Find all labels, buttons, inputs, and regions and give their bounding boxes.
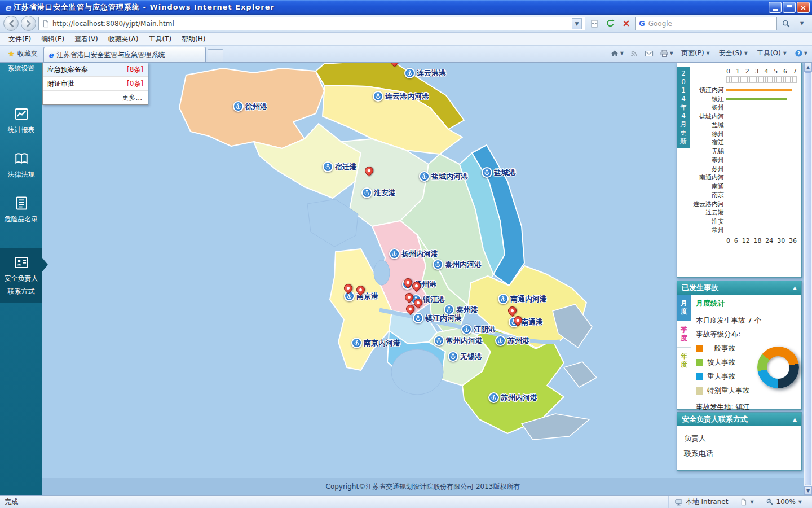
accident-tab-月度[interactable]: 月度 [677, 295, 691, 321]
collapse-icon[interactable]: ▲ [793, 285, 797, 291]
port-marker[interactable]: 徐州港 [233, 101, 267, 112]
security-zone: 本地 Intranet [668, 496, 734, 508]
sidebar-item[interactable]: 统计报表 [0, 102, 42, 139]
accident-panel-header[interactable]: 已发生事故 ▲ [677, 281, 801, 295]
port-marker[interactable]: 淮安港 [361, 187, 396, 198]
minimize-button[interactable] [769, 2, 782, 13]
collapse-icon[interactable]: ▲ [793, 417, 797, 422]
port-marker[interactable]: 连云港内河港 [373, 91, 429, 102]
location-pin-icon[interactable] [363, 165, 375, 177]
search-button[interactable] [779, 17, 793, 30]
contact-panel: 安全负责人联系方式 ▲ 负责人联系电话 [677, 412, 802, 471]
port-chart-panel: 2014年4月更新 01234567镇江内河镇江扬州盐城内河盐城徐州宿迁无锡泰州… [677, 63, 802, 278]
port-marker[interactable]: 盐城港 [482, 167, 516, 178]
forward-button[interactable] [21, 16, 36, 31]
port-marker[interactable]: 苏州内河港 [488, 392, 537, 403]
scroll-up-button[interactable]: ▲ [804, 63, 812, 72]
chevron-down-icon: ▼ [783, 51, 787, 56]
scroll-down-button[interactable]: ▼ [804, 486, 812, 495]
quick-panel-more[interactable]: 更多... [43, 91, 148, 104]
close-button[interactable]: × [797, 2, 810, 13]
book-icon [14, 151, 29, 166]
location-pin-icon[interactable] [389, 63, 400, 67]
active-item-arrow [42, 258, 48, 271]
location-pin-icon[interactable] [506, 305, 518, 317]
window-controls: × [769, 2, 810, 13]
quick-panel-row[interactable]: 附证审批[0条] [43, 77, 148, 91]
back-button[interactable] [3, 16, 19, 31]
scrollbar-thumb[interactable] [805, 72, 811, 485]
print-button[interactable]: ▼ [657, 48, 676, 59]
menu-item[interactable]: 收藏夹(A) [103, 33, 144, 46]
menu-item[interactable]: 查看(V) [69, 33, 103, 46]
address-field[interactable]: http://localhost:8080/yjpt/Main.html ▼ [38, 17, 585, 30]
port-marker[interactable]: 镇江内河港 [413, 313, 462, 323]
menu-item[interactable]: 工具(T) [143, 33, 176, 46]
quick-panel-row[interactable]: 应急预案备案[8条] [43, 63, 148, 77]
port-marker[interactable]: 南通内河港 [498, 294, 547, 304]
port-marker[interactable]: 南京内河港 [351, 338, 400, 348]
menu-item[interactable]: 帮助(H) [176, 33, 210, 46]
help-button[interactable]: ? ▼ [792, 48, 810, 59]
home-button[interactable]: ▼ [608, 48, 626, 59]
feeds-button[interactable] [628, 48, 641, 59]
port-label: 扬州内河港 [401, 249, 438, 259]
anchor-icon [323, 161, 333, 172]
accident-tab-季度[interactable]: 季度 [677, 321, 691, 348]
port-marker[interactable]: 连云港港 [404, 68, 446, 78]
accident-tab-年度[interactable]: 年度 [677, 348, 691, 374]
new-tab-stub[interactable] [208, 49, 223, 62]
vertical-scrollbar[interactable]: ▲ ▼ [804, 63, 812, 495]
search-box[interactable]: G Google [635, 17, 777, 30]
contact-panel-header[interactable]: 安全负责人联系方式 ▲ [677, 413, 801, 426]
anchor-icon [351, 338, 362, 348]
port-marker[interactable]: 扬州内河港 [389, 248, 438, 259]
accident-panel-body: 月度季度年度 月度统计 本月度发生事故 7 个 事故等级分布: 一般事故较大事故… [677, 295, 801, 409]
port-marker[interactable]: 宿迁港 [323, 161, 357, 172]
compatibility-button[interactable] [588, 17, 601, 30]
command-button[interactable]: 工具(O)▼ [753, 47, 791, 60]
port-marker[interactable]: 苏州港 [495, 335, 529, 346]
chart-track [726, 147, 797, 156]
map-area[interactable]: 连云港港连云港内河港徐州港宿迁港淮安港盐城内河港盐城港扬州内河港泰州内河港扬州港… [42, 63, 804, 495]
contact-body: 负责人联系电话 [677, 426, 801, 466]
favorites-button[interactable]: ★ 收藏夹 [2, 47, 43, 62]
refresh-button[interactable] [603, 17, 617, 30]
chart-track [726, 156, 797, 165]
legend-label: 一般事故 [707, 344, 735, 353]
port-marker[interactable]: 江阴港 [461, 324, 496, 335]
port-marker[interactable]: 常州内河港 [434, 335, 483, 346]
chevron-down-icon: ▼ [744, 51, 748, 56]
anchor-icon [404, 68, 415, 78]
port-marker[interactable]: 泰州内河港 [433, 259, 482, 270]
menu-item[interactable]: 编辑(E) [36, 33, 69, 46]
anchor-icon [433, 259, 443, 270]
command-button[interactable]: 安全(S)▼ [715, 47, 752, 60]
port-marker[interactable]: 无锡港 [448, 351, 482, 362]
chart-bar [726, 98, 787, 100]
anchor-icon [448, 351, 458, 362]
sidebar-item[interactable]: 安全负责人联系方式 [0, 248, 42, 303]
address-dropdown[interactable]: ▼ [572, 18, 582, 29]
sidebar-item[interactable]: 法律法规 [0, 147, 42, 183]
help-icon: ? [795, 49, 803, 58]
stop-button[interactable] [619, 17, 633, 30]
read-mail-button[interactable] [642, 48, 656, 59]
zoom-control[interactable]: 100% ▼ [760, 496, 807, 508]
chart-category-label: 南京 [691, 191, 726, 199]
menu-item[interactable]: 文件(F) [3, 33, 36, 46]
legend-swatch [696, 387, 703, 395]
page-mode[interactable]: ▼ [734, 496, 759, 508]
sidebar-item[interactable]: 系统设置 [0, 63, 42, 77]
search-dropdown[interactable]: ▼ [795, 17, 809, 30]
port-marker[interactable]: 盐城内河港 [419, 171, 468, 182]
sidebar-item[interactable]: 危险品名录 [0, 191, 42, 228]
axis-tick-label: 36 [789, 237, 797, 244]
update-badge-char: 月 [680, 120, 687, 129]
port-label: 无锡港 [460, 352, 482, 362]
restore-button[interactable] [783, 2, 796, 13]
command-button[interactable]: 页面(P)▼ [677, 47, 714, 60]
anchor-icon [361, 187, 372, 198]
chevron-down-icon: ▼ [707, 51, 710, 56]
active-tab[interactable]: e 江苏省港口安全监管与应急管理系统 [43, 47, 206, 62]
